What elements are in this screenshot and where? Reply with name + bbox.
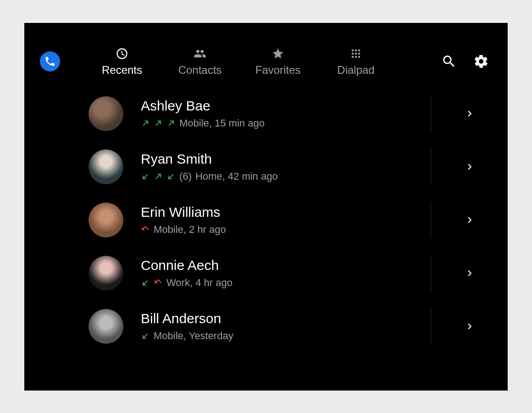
row-info: Ryan Smith(6)Home, 42 min ago [141, 151, 431, 182]
contact-avatar[interactable] [89, 256, 123, 291]
tab-favorites[interactable]: Favorites [239, 46, 317, 77]
outgoing-call-icon [166, 119, 176, 128]
row-detail-button[interactable] [431, 202, 508, 238]
contact-name: Erin Williams [141, 204, 431, 220]
call-meta: Mobile, Yesterday [154, 330, 233, 342]
missed-call-icon [141, 225, 150, 234]
svg-point-1 [355, 50, 357, 52]
contact-name: Ashley Bae [141, 98, 431, 114]
call-direction-icons [141, 172, 176, 181]
incoming-call-icon [166, 172, 176, 181]
contact-name: Connie Aech [141, 258, 431, 273]
recents-list: Ashley BaeMobile, 15 min agoRyan Smith(6… [24, 87, 508, 353]
phone-app-window: Recents Contacts Favorites Dialpad [24, 23, 508, 391]
svg-point-4 [355, 53, 357, 55]
incoming-call-icon [141, 331, 150, 341]
chevron-right-icon [464, 214, 476, 226]
call-subline: Mobile, 15 min ago [141, 117, 431, 129]
tab-label: Contacts [178, 64, 222, 77]
contact-avatar[interactable] [89, 149, 123, 184]
call-meta: Work, 4 hr ago [166, 277, 233, 289]
call-direction-icons [141, 331, 150, 341]
people-icon [194, 46, 206, 61]
contact-name: Bill Anderson [141, 311, 431, 326]
recents-row[interactable]: Bill AndersonMobile, Yesterday [89, 300, 508, 353]
recents-row[interactable]: Ryan Smith(6)Home, 42 min ago [89, 140, 508, 193]
app-phone-badge[interactable] [40, 51, 60, 72]
dialpad-icon [349, 46, 362, 61]
outgoing-call-icon [141, 119, 150, 128]
gear-icon [473, 54, 489, 69]
svg-point-3 [352, 53, 354, 55]
tab-label: Recents [102, 64, 142, 77]
call-meta: Mobile, 15 min ago [179, 117, 265, 129]
contact-avatar[interactable] [89, 203, 123, 237]
row-detail-button[interactable] [431, 95, 508, 132]
tab-contacts[interactable]: Contacts [161, 46, 239, 77]
chevron-right-icon [464, 267, 476, 279]
recents-row[interactable]: Ashley BaeMobile, 15 min ago [89, 87, 508, 140]
tab-recents[interactable]: Recents [83, 46, 161, 77]
call-meta: Home, 42 min ago [195, 171, 278, 182]
call-direction-icons [141, 278, 163, 287]
call-direction-icons [141, 225, 150, 234]
svg-point-2 [358, 50, 360, 52]
tab-bar: Recents Contacts Favorites Dialpad [83, 46, 395, 77]
call-subline: Mobile, 2 hr ago [141, 224, 431, 236]
contact-avatar[interactable] [89, 96, 123, 131]
row-detail-button[interactable] [431, 149, 508, 185]
star-icon [272, 46, 284, 61]
settings-button[interactable] [473, 53, 489, 70]
call-subline: (6)Home, 42 min ago [141, 171, 431, 182]
outgoing-call-icon [154, 172, 163, 181]
top-bar: Recents Contacts Favorites Dialpad [24, 23, 508, 87]
svg-point-8 [358, 56, 360, 58]
contact-avatar[interactable] [89, 309, 123, 344]
tab-label: Dialpad [337, 64, 374, 77]
call-subline: Mobile, Yesterday [141, 330, 431, 342]
incoming-call-icon [141, 172, 150, 181]
outgoing-call-icon [154, 119, 163, 128]
svg-point-7 [355, 56, 357, 58]
search-button[interactable] [441, 53, 457, 70]
call-count: (6) [179, 171, 192, 182]
incoming-call-icon [141, 278, 150, 287]
chevron-right-icon [464, 161, 476, 173]
row-info: Ashley BaeMobile, 15 min ago [141, 98, 431, 129]
chevron-right-icon [464, 108, 476, 120]
row-info: Connie AechWork, 4 hr ago [141, 258, 431, 289]
row-info: Bill AndersonMobile, Yesterday [141, 311, 431, 342]
row-info: Erin WilliamsMobile, 2 hr ago [141, 204, 431, 236]
call-subline: Work, 4 hr ago [141, 277, 431, 289]
search-icon [441, 54, 457, 69]
chevron-right-icon [464, 320, 476, 332]
svg-point-5 [358, 53, 360, 55]
svg-point-0 [352, 50, 354, 52]
contact-name: Ryan Smith [141, 151, 431, 167]
recents-row[interactable]: Connie AechWork, 4 hr ago [89, 247, 508, 300]
recents-row[interactable]: Erin WilliamsMobile, 2 hr ago [89, 193, 508, 247]
call-meta: Mobile, 2 hr ago [154, 224, 226, 236]
svg-point-6 [352, 56, 354, 58]
row-detail-button[interactable] [431, 308, 508, 345]
tab-dialpad[interactable]: Dialpad [317, 46, 395, 77]
toolbar-right [441, 53, 489, 70]
clock-icon [116, 46, 128, 61]
phone-icon [44, 55, 56, 67]
row-detail-button[interactable] [431, 255, 508, 292]
missed-call-icon [154, 278, 163, 287]
call-direction-icons [141, 119, 176, 128]
tab-label: Favorites [255, 64, 301, 77]
